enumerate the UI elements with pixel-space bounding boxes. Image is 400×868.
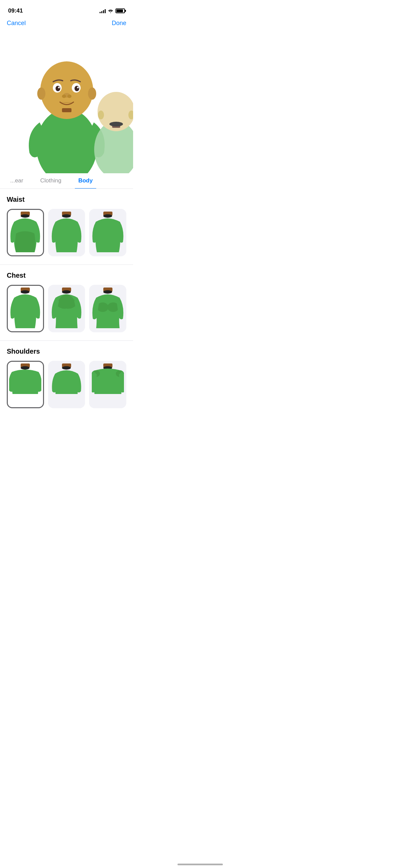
chest-option-3[interactable] — [89, 285, 126, 332]
chest-title: Chest — [7, 272, 126, 279]
shoulders-option-2[interactable] — [48, 361, 85, 408]
tab-clothing[interactable]: Clothing — [37, 173, 65, 189]
status-time: 09:41 — [8, 7, 23, 14]
svg-point-28 — [103, 214, 112, 218]
shoulders-options — [7, 361, 126, 408]
svg-point-24 — [21, 214, 29, 218]
svg-point-8 — [56, 86, 60, 91]
svg-point-22 — [109, 122, 123, 126]
status-icons — [100, 8, 125, 13]
battery-icon — [115, 8, 125, 13]
svg-point-26 — [62, 214, 71, 218]
svg-point-32 — [62, 290, 71, 294]
waist-section: Waist — [0, 189, 133, 261]
svg-point-40 — [62, 366, 71, 370]
svg-point-11 — [77, 87, 79, 88]
svg-point-19 — [98, 111, 104, 119]
shoulders-title: Shoulders — [7, 348, 126, 355]
svg-point-30 — [21, 290, 29, 294]
waist-option-2[interactable] — [48, 209, 85, 256]
waist-option-1[interactable] — [7, 209, 44, 256]
shoulders-option-1[interactable] — [7, 361, 44, 408]
shoulders-section: Shoulders — [0, 341, 133, 413]
svg-point-13 — [62, 95, 66, 98]
svg-point-14 — [67, 95, 71, 98]
status-bar: 09:41 — [0, 0, 133, 17]
cancel-button[interactable]: Cancel — [7, 20, 26, 27]
shoulders-option-3[interactable] — [89, 361, 126, 408]
waist-options — [7, 209, 126, 256]
svg-point-34 — [103, 290, 112, 294]
secondary-avatar — [89, 72, 133, 173]
avatar-preview — [0, 31, 133, 173]
chest-option-2[interactable] — [48, 285, 85, 332]
tab-body[interactable]: Body — [75, 173, 96, 189]
nav-bar: Cancel Done — [0, 17, 133, 31]
svg-point-9 — [75, 86, 79, 91]
tab-bar: ...ear Clothing Body — [0, 173, 133, 189]
tab-headwear[interactable]: ...ear — [7, 173, 27, 189]
done-button[interactable]: Done — [112, 20, 126, 27]
svg-rect-15 — [62, 108, 71, 112]
svg-point-4 — [37, 87, 45, 100]
svg-point-10 — [58, 87, 60, 88]
chest-option-1[interactable] — [7, 285, 44, 332]
wifi-icon — [108, 9, 113, 13]
waist-title: Waist — [7, 196, 126, 203]
waist-option-3[interactable] — [89, 209, 126, 256]
svg-point-38 — [21, 366, 29, 370]
chest-section: Chest — [0, 265, 133, 337]
signal-icon — [100, 8, 106, 13]
chest-options — [7, 285, 126, 332]
